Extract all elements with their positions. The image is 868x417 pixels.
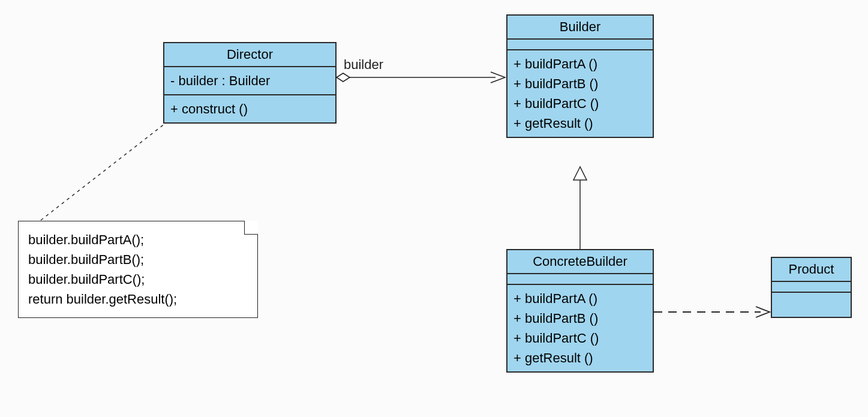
- class-product: Product: [771, 257, 852, 318]
- op-line: + construct (): [170, 99, 329, 119]
- class-director-attributes: - builder : Builder: [164, 67, 335, 95]
- note-line: return builder.getResult();: [28, 289, 248, 309]
- op-line: + buildPartB (): [513, 74, 647, 94]
- class-director: Director - builder : Builder + construct…: [163, 42, 337, 124]
- note-anchor: [41, 124, 165, 220]
- class-concretebuilder: ConcreteBuilder + buildPartA () + buildP…: [506, 249, 654, 373]
- class-builder-operations: + buildPartA () + buildPartB () + buildP…: [507, 50, 653, 137]
- class-product-attributes-empty: [772, 282, 851, 293]
- svg-marker-1: [337, 73, 350, 82]
- op-line: + getResult (): [513, 113, 647, 133]
- class-director-operations: + construct (): [164, 95, 335, 122]
- class-concretebuilder-operations: + buildPartA () + buildPartB () + buildP…: [507, 285, 653, 371]
- op-line: + getResult (): [513, 348, 647, 368]
- class-product-title: Product: [772, 258, 851, 282]
- association-label-builder: builder: [344, 57, 383, 73]
- class-builder: Builder + buildPartA () + buildPartB () …: [506, 14, 654, 138]
- attr-line: - builder : Builder: [170, 71, 329, 91]
- note-line: builder.buildPartA();: [28, 230, 248, 250]
- class-director-title: Director: [164, 43, 335, 67]
- diagram-connectors: Product dependency (dashed, open arrow) …: [0, 0, 868, 417]
- generalization-concretebuilder-builder: [573, 167, 587, 249]
- svg-marker-3: [573, 167, 587, 180]
- svg-line-5: [41, 124, 165, 220]
- note-fold-icon: [244, 221, 258, 235]
- op-line: + buildPartB (): [513, 308, 647, 328]
- class-concretebuilder-title: ConcreteBuilder: [507, 250, 653, 274]
- association-director-builder: [337, 72, 505, 83]
- class-builder-attributes-empty: [507, 40, 653, 50]
- class-builder-title: Builder: [507, 16, 653, 40]
- note-construct-body: builder.buildPartA(); builder.buildPartB…: [18, 221, 258, 318]
- dependency-concretebuilder-product: [654, 307, 770, 317]
- note-line: builder.buildPartC();: [28, 269, 248, 289]
- op-line: + buildPartC (): [513, 328, 647, 348]
- op-line: + buildPartA (): [513, 289, 647, 308]
- note-line: builder.buildPartB();: [28, 250, 248, 269]
- op-line: + buildPartA (): [513, 54, 647, 74]
- class-concretebuilder-attributes-empty: [507, 274, 653, 285]
- op-line: + buildPartC (): [513, 94, 647, 113]
- class-product-operations-empty: [772, 293, 851, 317]
